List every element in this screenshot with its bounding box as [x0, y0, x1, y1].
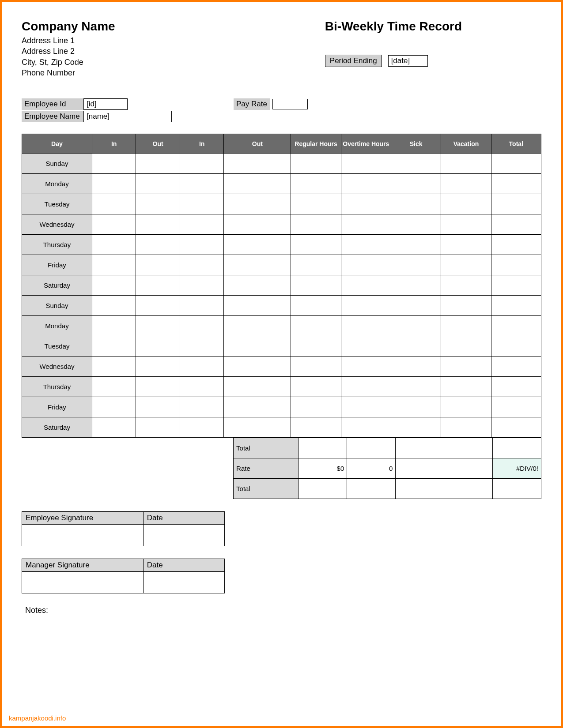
- manager-signature-input[interactable]: [22, 572, 144, 593]
- time-cell[interactable]: [441, 255, 491, 275]
- time-cell[interactable]: [391, 235, 441, 255]
- time-cell[interactable]: [491, 174, 541, 194]
- time-cell[interactable]: [341, 316, 391, 336]
- time-cell[interactable]: [291, 356, 341, 377]
- time-cell[interactable]: [224, 336, 291, 356]
- total-ot-1[interactable]: [347, 438, 396, 458]
- time-cell[interactable]: [224, 194, 291, 214]
- time-cell[interactable]: [224, 356, 291, 377]
- time-cell[interactable]: [491, 255, 541, 275]
- time-cell[interactable]: [341, 154, 391, 174]
- time-cell[interactable]: [391, 194, 441, 214]
- time-cell[interactable]: [341, 174, 391, 194]
- time-cell[interactable]: [291, 316, 341, 336]
- time-cell[interactable]: [136, 356, 180, 377]
- time-cell[interactable]: [136, 275, 180, 296]
- time-cell[interactable]: [180, 377, 224, 397]
- time-cell[interactable]: [136, 194, 180, 214]
- time-cell[interactable]: [341, 417, 391, 438]
- time-cell[interactable]: [92, 417, 136, 438]
- time-cell[interactable]: [341, 214, 391, 235]
- time-cell[interactable]: [136, 417, 180, 438]
- time-cell[interactable]: [491, 235, 541, 255]
- time-cell[interactable]: [491, 377, 541, 397]
- employee-signature-input[interactable]: [22, 525, 144, 546]
- time-cell[interactable]: [341, 255, 391, 275]
- total-reg-1[interactable]: [299, 438, 347, 458]
- total-sick-1[interactable]: [396, 438, 444, 458]
- time-cell[interactable]: [136, 336, 180, 356]
- time-cell[interactable]: [92, 194, 136, 214]
- time-cell[interactable]: [491, 296, 541, 316]
- time-cell[interactable]: [224, 174, 291, 194]
- time-cell[interactable]: [224, 214, 291, 235]
- time-cell[interactable]: [180, 316, 224, 336]
- time-cell[interactable]: [92, 296, 136, 316]
- time-cell[interactable]: [291, 417, 341, 438]
- time-cell[interactable]: [291, 214, 341, 235]
- time-cell[interactable]: [136, 377, 180, 397]
- time-cell[interactable]: [180, 174, 224, 194]
- period-ending-input[interactable]: [date]: [388, 55, 428, 67]
- employee-id-input[interactable]: [id]: [83, 98, 128, 110]
- time-cell[interactable]: [92, 377, 136, 397]
- time-cell[interactable]: [441, 336, 491, 356]
- time-cell[interactable]: [491, 194, 541, 214]
- time-cell[interactable]: [391, 377, 441, 397]
- time-cell[interactable]: [92, 235, 136, 255]
- time-cell[interactable]: [180, 235, 224, 255]
- time-cell[interactable]: [491, 214, 541, 235]
- manager-signature-date-input[interactable]: [144, 572, 224, 593]
- time-cell[interactable]: [491, 417, 541, 438]
- time-cell[interactable]: [136, 214, 180, 235]
- time-cell[interactable]: [136, 235, 180, 255]
- time-cell[interactable]: [391, 336, 441, 356]
- time-cell[interactable]: [92, 214, 136, 235]
- time-cell[interactable]: [291, 174, 341, 194]
- time-cell[interactable]: [391, 275, 441, 296]
- time-cell[interactable]: [341, 336, 391, 356]
- time-cell[interactable]: [341, 275, 391, 296]
- time-cell[interactable]: [224, 235, 291, 255]
- employee-name-input[interactable]: [name]: [83, 111, 172, 122]
- time-cell[interactable]: [341, 296, 391, 316]
- time-cell[interactable]: [441, 417, 491, 438]
- time-cell[interactable]: [341, 235, 391, 255]
- time-cell[interactable]: [92, 275, 136, 296]
- time-cell[interactable]: [180, 275, 224, 296]
- rate-reg[interactable]: $0: [299, 458, 347, 479]
- time-cell[interactable]: [92, 356, 136, 377]
- time-cell[interactable]: [224, 154, 291, 174]
- time-cell[interactable]: [136, 255, 180, 275]
- time-cell[interactable]: [291, 275, 341, 296]
- time-cell[interactable]: [391, 397, 441, 417]
- employee-signature-date-input[interactable]: [144, 525, 224, 546]
- time-cell[interactable]: [341, 397, 391, 417]
- total-total-1[interactable]: [493, 438, 541, 458]
- time-cell[interactable]: [491, 316, 541, 336]
- time-cell[interactable]: [341, 194, 391, 214]
- total-vac-2[interactable]: [444, 479, 493, 499]
- time-cell[interactable]: [136, 397, 180, 417]
- time-cell[interactable]: [180, 397, 224, 417]
- time-cell[interactable]: [291, 336, 341, 356]
- time-cell[interactable]: [491, 154, 541, 174]
- time-cell[interactable]: [92, 397, 136, 417]
- time-cell[interactable]: [291, 154, 341, 174]
- rate-vac[interactable]: [444, 458, 493, 479]
- time-cell[interactable]: [224, 397, 291, 417]
- time-cell[interactable]: [224, 275, 291, 296]
- time-cell[interactable]: [441, 154, 491, 174]
- time-cell[interactable]: [491, 356, 541, 377]
- time-cell[interactable]: [224, 316, 291, 336]
- time-cell[interactable]: [180, 336, 224, 356]
- time-cell[interactable]: [441, 397, 491, 417]
- time-cell[interactable]: [92, 154, 136, 174]
- time-cell[interactable]: [180, 214, 224, 235]
- total-sick-2[interactable]: [396, 479, 444, 499]
- time-cell[interactable]: [441, 356, 491, 377]
- time-cell[interactable]: [180, 194, 224, 214]
- time-cell[interactable]: [391, 356, 441, 377]
- total-reg-2[interactable]: [299, 479, 347, 499]
- time-cell[interactable]: [180, 356, 224, 377]
